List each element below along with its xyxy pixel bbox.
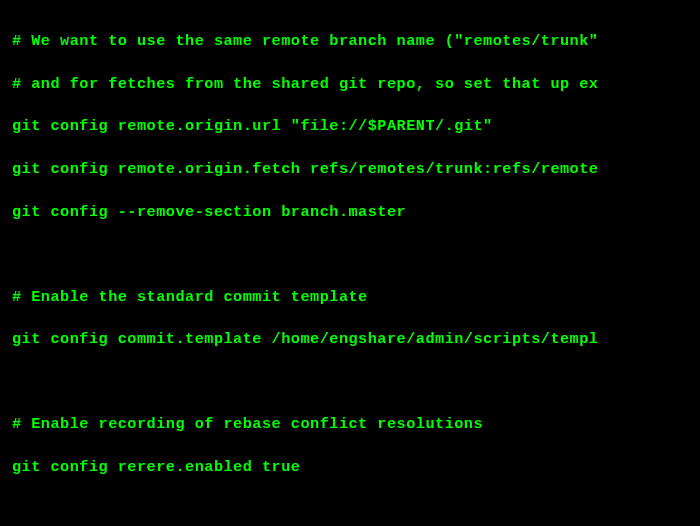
- code-line: [12, 372, 688, 393]
- code-line: # Enable the standard commit template: [12, 287, 688, 308]
- code-line: [12, 244, 688, 265]
- code-line: git config rerere.enabled true: [12, 457, 688, 478]
- code-line: [12, 499, 688, 520]
- code-line: git config commit.template /home/engshar…: [12, 329, 688, 350]
- terminal-output: # We want to use the same remote branch …: [12, 10, 688, 526]
- code-line: git config remote.origin.fetch refs/remo…: [12, 159, 688, 180]
- code-line: git config remote.origin.url "file://$PA…: [12, 116, 688, 137]
- code-line: git config --remove-section branch.maste…: [12, 202, 688, 223]
- code-line: # and for fetches from the shared git re…: [12, 74, 688, 95]
- code-line: # Enable recording of rebase conflict re…: [12, 414, 688, 435]
- code-line: # We want to use the same remote branch …: [12, 31, 688, 52]
